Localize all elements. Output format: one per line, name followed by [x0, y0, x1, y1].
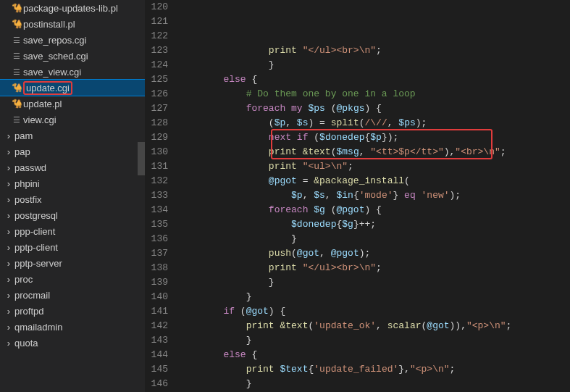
line-number: 122 — [145, 29, 168, 43]
file-label: save_repos.cgi — [23, 35, 86, 46]
code-line-123[interactable]: # Do them one by one in a loop — [178, 87, 570, 101]
file-label: postinstall.pl — [23, 19, 75, 30]
code-line-139[interactable]: print &text('update_ok', scalar(@got)),"… — [178, 319, 570, 333]
code-line-121[interactable]: } — [178, 58, 570, 72]
folder-item-procmail[interactable]: ›procmail — [0, 287, 145, 303]
folder-item-passwd[interactable]: ›passwd — [0, 159, 145, 175]
folder-item-pptp-server[interactable]: ›pptp-server — [0, 255, 145, 271]
chevron-right-icon: › — [3, 194, 14, 205]
code-line-130[interactable]: $p, $s, $in{'mode'} eq 'new'); — [178, 188, 570, 203]
file-item-view-cgi[interactable]: ☰view.cgi — [0, 112, 145, 128]
code-line-120[interactable]: print "</ul><br>\n"; — [178, 43, 570, 58]
file-item-postinstall-pl[interactable]: 🐪postinstall.pl — [0, 16, 145, 32]
chevron-right-icon: › — [3, 162, 14, 173]
folder-label: pptp-server — [14, 258, 62, 269]
file-item-save-repos-cgi[interactable]: ☰save_repos.cgi — [0, 32, 145, 48]
folder-item-pap[interactable]: ›pap — [0, 143, 145, 159]
line-number: 137 — [145, 246, 168, 261]
chevron-right-icon: › — [3, 290, 14, 301]
code-line-142[interactable]: print $text{'update_failed'},"<p>\n"; — [178, 362, 570, 377]
folder-item-pptp-client[interactable]: ›pptp-client — [0, 239, 145, 255]
file-lines-icon: ☰ — [10, 67, 23, 77]
chevron-right-icon: › — [3, 226, 14, 237]
folder-label: passwd — [14, 162, 46, 173]
line-number: 142 — [145, 319, 168, 333]
line-number: 138 — [145, 261, 168, 275]
code-line-140[interactable]: } — [178, 333, 570, 348]
file-highlight-box: update.cgi — [23, 81, 72, 95]
code-line-125[interactable]: ($p, $s) = split(/\//, $ps); — [178, 116, 570, 130]
code-area[interactable]: print "</ul><br>\n"; } else { # Do them … — [178, 0, 570, 392]
file-label: package-updates-lib.pl — [23, 3, 118, 14]
line-number: 146 — [145, 377, 168, 391]
folder-label: qmailadmin — [14, 322, 62, 333]
file-item-update-cgi[interactable]: 🐪update.cgi — [0, 80, 145, 96]
folder-item-postfix[interactable]: ›postfix — [0, 191, 145, 207]
line-number: 130 — [145, 145, 168, 159]
file-label: view.cgi — [23, 114, 56, 125]
scrollbar-thumb[interactable] — [138, 142, 145, 175]
code-line-124[interactable]: foreach my $ps (@pkgs) { — [178, 101, 570, 116]
line-number-gutter: 1201211221231241251261271281291301311321… — [145, 0, 178, 392]
file-explorer[interactable]: 🐪package-updates-lib.pl🐪postinstall.pl☰s… — [0, 0, 145, 392]
folder-item-qmailadmin[interactable]: ›qmailadmin — [0, 319, 145, 335]
code-line-132[interactable]: $donedep{$g}++; — [178, 217, 570, 232]
folder-label: pap — [14, 146, 30, 157]
code-editor[interactable]: 1201211221231241251261271281291301311321… — [145, 0, 570, 392]
folder-label: phpini — [14, 178, 40, 189]
file-lines-icon: ☰ — [10, 36, 23, 45]
chevron-right-icon: › — [3, 210, 14, 221]
code-line-138[interactable]: if (@got) { — [178, 304, 570, 319]
perl-camel-icon: 🐪 — [10, 83, 23, 93]
line-number: 127 — [145, 101, 168, 116]
file-item-save-view-cgi[interactable]: ☰save_view.cgi — [0, 64, 145, 80]
folder-item-postgresql[interactable]: ›postgresql — [0, 207, 145, 223]
file-lines-icon: ☰ — [10, 51, 23, 61]
line-number: 120 — [145, 0, 168, 14]
line-number: 140 — [145, 290, 168, 304]
perl-camel-icon: 🐪 — [10, 19, 23, 29]
line-number: 134 — [145, 203, 168, 217]
folder-item-pam[interactable]: ›pam — [0, 128, 145, 143]
chevron-right-icon: › — [3, 130, 14, 141]
line-number: 135 — [145, 217, 168, 232]
line-number: 144 — [145, 348, 168, 362]
folder-label: quota — [14, 338, 38, 349]
folder-item-quota[interactable]: ›quota — [0, 335, 145, 351]
file-label: update.cgi — [26, 83, 70, 93]
code-line-141[interactable]: else { — [178, 348, 570, 362]
code-line-127[interactable]: print &text($msg, "<tt>$p</tt>"),"<br>\n… — [178, 145, 570, 159]
folder-label: pptp-client — [14, 242, 58, 253]
code-line-126[interactable]: next if ($donedep{$p}); — [178, 130, 570, 145]
folder-item-proc[interactable]: ›proc — [0, 271, 145, 287]
file-item-update-pl[interactable]: 🐪update.pl — [0, 96, 145, 112]
code-line-122[interactable]: else { — [178, 72, 570, 87]
line-number: 128 — [145, 116, 168, 130]
folder-item-proftpd[interactable]: ›proftpd — [0, 303, 145, 319]
code-line-143[interactable]: } — [178, 377, 570, 391]
folder-item-phpini[interactable]: ›phpini — [0, 175, 145, 191]
code-line-136[interactable]: } — [178, 275, 570, 290]
code-line-137[interactable]: } — [178, 290, 570, 304]
file-item-package-updates-lib-pl[interactable]: 🐪package-updates-lib.pl — [0, 0, 145, 16]
chevron-right-icon: › — [3, 338, 14, 349]
code-line-128[interactable]: print "<ul>\n"; — [178, 159, 570, 174]
file-label: update.pl — [23, 99, 62, 109]
code-line-129[interactable]: @pgot = &package_install( — [178, 174, 570, 188]
file-label: save_view.cgi — [23, 67, 81, 78]
perl-camel-icon: 🐪 — [10, 3, 23, 13]
code-line-134[interactable]: push(@got, @pgot); — [178, 246, 570, 261]
line-number: 139 — [145, 275, 168, 290]
folder-label: postgresql — [14, 210, 58, 221]
folder-item-ppp-client[interactable]: ›ppp-client — [0, 223, 145, 239]
folder-label: postfix — [14, 194, 42, 205]
line-number: 136 — [145, 232, 168, 246]
line-number: 129 — [145, 130, 168, 145]
chevron-right-icon: › — [3, 242, 14, 253]
line-number: 124 — [145, 58, 168, 72]
file-item-save-sched-cgi[interactable]: ☰save_sched.cgi — [0, 48, 145, 64]
code-line-133[interactable]: } — [178, 232, 570, 246]
code-line-135[interactable]: print "</ul><br>\n"; — [178, 261, 570, 275]
file-label: save_sched.cgi — [23, 51, 88, 62]
code-line-131[interactable]: foreach $g (@pgot) { — [178, 203, 570, 217]
